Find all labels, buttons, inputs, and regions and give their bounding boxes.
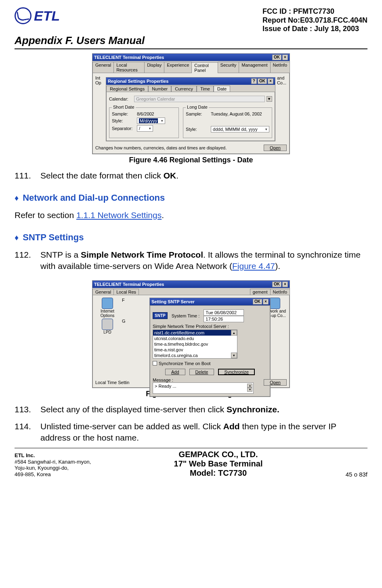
synchronize-button[interactable]: Synchronize	[218, 369, 255, 375]
refer-line: Refer to section 1.1.1 Network Settings.	[15, 210, 367, 221]
subtab-time[interactable]: Time	[197, 86, 214, 92]
close-button[interactable]: ×	[282, 281, 288, 287]
logo-text: ETL	[34, 8, 60, 24]
tab-control-panel[interactable]: Control Panel	[191, 62, 218, 73]
tab-netinfo[interactable]: NetInfo	[270, 62, 290, 73]
server-item[interactable]: utcnist.colorado.edu	[153, 336, 237, 341]
doc-meta: FCC ID : PFMTC7730 Report No:E03.0718.FC…	[262, 7, 367, 34]
subwindow-title: Regional Settings Properties	[108, 79, 168, 84]
step-112-text: SNTP is a Simple Network Time Protocol. …	[40, 249, 367, 272]
icon-internet-options[interactable]: Internet Options	[95, 298, 120, 318]
report-no: Report No:E03.0718.FCC.404N	[262, 16, 367, 25]
sntp-window: TELECLIENT Terminal Properties OK × Gene…	[92, 280, 290, 388]
sntp-ok-button[interactable]: OK	[253, 299, 262, 304]
step-112-num: 112.	[15, 249, 40, 272]
step-113-text: Select any of the displayed time-server …	[40, 404, 367, 415]
sync-on-boot-checkbox[interactable]: Synchronize Time on Boot	[153, 361, 210, 366]
subtab-date[interactable]: Date	[214, 86, 230, 92]
server-item[interactable]: time-a.nist.gov	[153, 347, 237, 353]
sntp-main-title: TELECLIENT Terminal Properties	[94, 282, 164, 287]
diamond-icon: ♦	[15, 193, 19, 202]
spin-down-icon[interactable]: ▾	[247, 388, 252, 392]
issue-date: Issue of Date : July 18, 2003	[262, 25, 367, 34]
step-113-num: 113.	[15, 404, 40, 415]
icon-lpd[interactable]: LPD	[95, 319, 120, 334]
truncated-right-text-1: and	[277, 76, 287, 80]
tab-local-resources[interactable]: Local Resources	[113, 62, 145, 73]
fcc-id: FCC ID : PFMTC7730	[262, 7, 367, 16]
figure-caption-4-46: Figure 4.46 Regional Settings - Date	[15, 156, 367, 164]
footer-center: GEMPACK CO., LTD. 17" Web Base Terminal …	[91, 450, 345, 478]
short-sample-value: 8/6/2002	[137, 111, 154, 116]
server-item[interactable]: timelord.cs.uregina.ca	[153, 353, 237, 358]
calendar-combo[interactable]: Gregorian Calendar	[134, 96, 265, 102]
subtab-currency[interactable]: Currency	[171, 86, 197, 92]
printer-icon	[102, 319, 113, 330]
short-style-value: M/d/yyyy	[139, 118, 158, 123]
tab-management[interactable]: Management	[239, 62, 270, 73]
truncated-icon-label: F	[122, 298, 125, 318]
step-111-num: 111.	[15, 170, 40, 181]
tab-local-res[interactable]: Local Res	[113, 289, 139, 295]
long-style-label: Style:	[186, 127, 209, 132]
sub-close-button[interactable]: ×	[268, 78, 273, 84]
bottom-left-text: Local Time Settin	[95, 380, 129, 385]
logo: ETL	[15, 7, 60, 24]
footer-company: ETL Inc.	[15, 452, 35, 458]
regional-settings-window: TELECLIENT Terminal Properties OK × Gene…	[92, 53, 290, 154]
short-style-combo[interactable]: M/d/yyyy▾	[137, 118, 165, 124]
separator-combo[interactable]: /▾	[137, 125, 153, 132]
ok-button[interactable]: OK	[272, 55, 281, 60]
sntp-dialog-title: Setting SNTP Server	[151, 299, 195, 304]
chevron-down-icon[interactable]: ▾	[267, 96, 272, 102]
close-button[interactable]: ×	[282, 55, 288, 60]
ok-button[interactable]: OK	[272, 281, 281, 287]
truncated-left-icons: Int Op	[95, 76, 106, 141]
long-style-combo[interactable]: dddd, MMMM dd, yyyy▾	[211, 126, 269, 132]
delete-button[interactable]: Delete	[189, 369, 214, 375]
server-item[interactable]: time-a.timefreq.bldrdoc.gov	[153, 341, 237, 347]
server-listbox[interactable]: nist1.dc.certifiedtime.com utcnist.color…	[153, 330, 237, 359]
page-number: 45 o 83f	[346, 471, 367, 478]
checkbox-box	[153, 361, 157, 365]
section-sntp-settings: ♦SNTP Settings	[15, 231, 367, 244]
appendix-title: Appendix F. Users Manual	[15, 34, 367, 47]
open-button[interactable]: Open	[264, 145, 287, 151]
window-title: TELECLIENT Terminal Properties	[94, 55, 164, 60]
separator-label: Separator:	[112, 126, 135, 131]
system-time-clock: 17:50:26	[204, 316, 244, 322]
sntp-logo-icon: SNTP	[153, 312, 168, 319]
header-rule	[15, 48, 367, 49]
scroll-down-icon[interactable]: ▾	[231, 353, 237, 358]
add-button[interactable]: Add	[165, 369, 185, 375]
long-style-value: dddd, MMMM dd, yyyy	[213, 127, 258, 132]
tab-security[interactable]: Security	[218, 62, 239, 73]
long-sample-label: Sample:	[186, 111, 209, 116]
scroll-up-icon[interactable]: ▴	[231, 330, 237, 336]
sub-ok-button[interactable]: OK	[258, 78, 267, 84]
tab-general[interactable]: General	[92, 289, 114, 295]
footer-address: ETL Inc. #584 Sangwhal-ri, Kanam-myon, Y…	[15, 452, 91, 477]
section-network-dialup: ♦Network and Dial-up Connections	[15, 192, 367, 204]
tab-management-partial[interactable]: gement	[250, 289, 271, 295]
link-figure-4-47[interactable]: Figure 4.47	[232, 261, 275, 271]
tab-display[interactable]: Display	[144, 62, 164, 73]
open-button[interactable]: Open	[264, 379, 287, 386]
main-tabs: General Local Resources Display Experien…	[92, 61, 290, 73]
step-114-text: Unlisted time-server can be added as wel…	[40, 421, 367, 444]
subtab-number[interactable]: Number	[148, 86, 171, 92]
subtab-regional[interactable]: Regional Settings	[106, 86, 148, 92]
tab-experience[interactable]: Experience	[164, 62, 192, 73]
sntp-close-button[interactable]: ×	[263, 299, 269, 304]
status-text: Changes how numbers, currencies, dates a…	[95, 145, 227, 150]
open-label: Open	[270, 145, 281, 150]
link-network-settings[interactable]: 1.1.1 Network Settings	[76, 210, 162, 220]
long-date-legend: Long Date	[186, 105, 209, 109]
help-button[interactable]: ?	[251, 78, 257, 84]
long-sample-value: Tuesday, August 06, 2002	[211, 111, 262, 116]
chevron-down-icon: ▾	[147, 126, 151, 130]
tab-general[interactable]: General	[92, 62, 114, 73]
tab-netinfo[interactable]: NetInfo	[270, 289, 290, 295]
server-item-selected[interactable]: nist1.dc.certifiedtime.com	[153, 330, 237, 336]
step-114-num: 114.	[15, 421, 40, 444]
